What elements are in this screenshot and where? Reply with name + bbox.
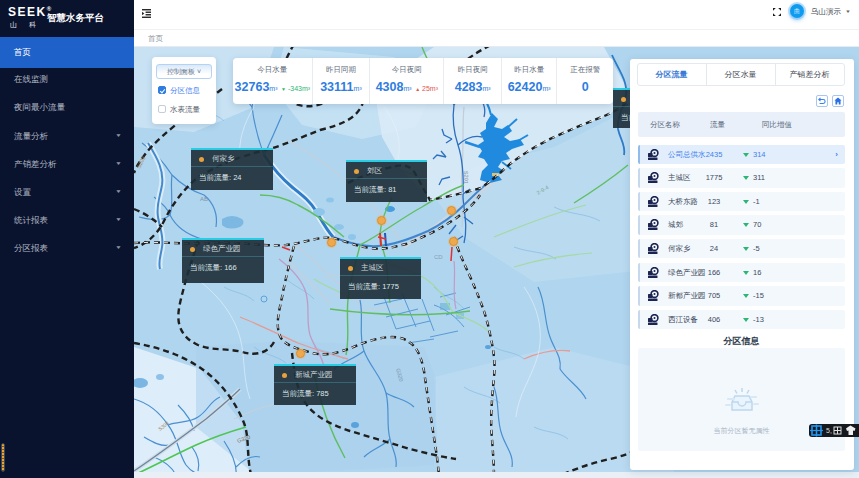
svg-text:AB: AB <box>200 196 208 202</box>
svg-text:CD: CD <box>434 254 443 260</box>
svg-text:S201: S201 <box>463 171 469 184</box>
svg-text:5,: 5, <box>826 427 832 434</box>
